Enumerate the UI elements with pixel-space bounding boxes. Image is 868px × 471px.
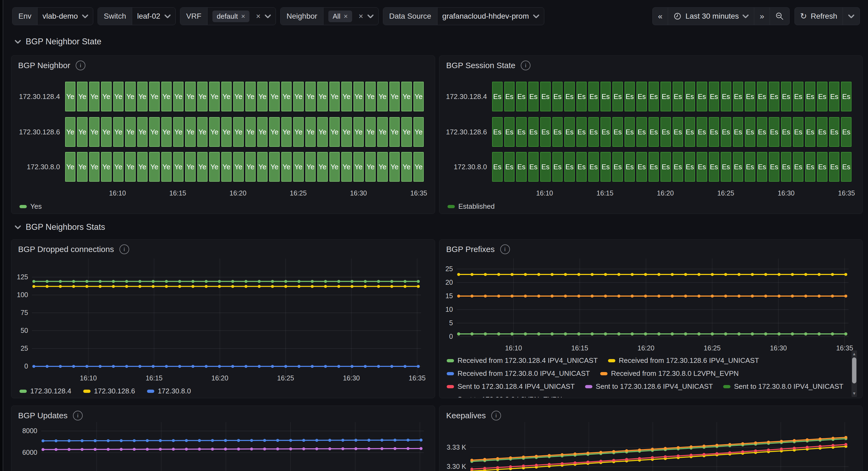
state-cell: Es bbox=[577, 82, 587, 111]
info-icon[interactable]: i bbox=[119, 244, 129, 254]
state-cell: Es bbox=[745, 152, 755, 182]
timeline-row: EsEsEsEsEsEsEsEsEsEsEsEsEsEsEsEsEsEsEsEs… bbox=[492, 82, 851, 111]
variables-toolbar: Env vlab-demo Switch leaf-02 VRF default… bbox=[12, 7, 544, 25]
state-cell: Ye bbox=[353, 152, 364, 182]
var-datasource-value[interactable]: grafanacloud-hhdev-prom bbox=[442, 12, 529, 21]
x-tick-label: 16:25 bbox=[290, 189, 307, 197]
time-forward-button[interactable]: » bbox=[754, 7, 770, 25]
clear-all-icon[interactable]: × bbox=[359, 12, 363, 20]
info-icon[interactable]: i bbox=[500, 244, 510, 254]
scrollbar-thumb[interactable] bbox=[852, 357, 857, 383]
updates-chart bbox=[41, 422, 424, 471]
chevron-down-icon[interactable] bbox=[533, 14, 539, 18]
y-tick-label: 20 bbox=[439, 278, 453, 286]
legend-item[interactable]: Sent to 172.30.8.0 L2VPN_EVPN bbox=[447, 395, 562, 398]
info-icon[interactable]: i bbox=[521, 61, 530, 70]
chevron-down-icon[interactable] bbox=[368, 14, 373, 18]
chip-text: default bbox=[217, 12, 238, 21]
state-cell: Ye bbox=[401, 117, 411, 147]
state-cell: Es bbox=[600, 117, 611, 147]
time-back-button[interactable]: « bbox=[653, 7, 668, 25]
section-bgp-neighbor-state[interactable]: BGP Neighbor State bbox=[15, 37, 101, 47]
time-range-button[interactable]: Last 30 minutes bbox=[668, 7, 754, 25]
legend-color-pill bbox=[447, 372, 454, 375]
legend-item[interactable]: Yes bbox=[20, 202, 42, 211]
var-vrf[interactable]: VRF default × × bbox=[180, 7, 276, 25]
legend-item[interactable]: Received from 172.30.8.0 L2VPN_EVPN bbox=[600, 369, 739, 378]
timeline-row: EsEsEsEsEsEsEsEsEsEsEsEsEsEsEsEsEsEsEsEs… bbox=[492, 152, 851, 182]
legend-item[interactable]: Sent to 172.30.128.4 IPV4_UNICAST bbox=[447, 382, 575, 391]
legend-label: Sent to 172.30.128.6 IPV4_UNICAST bbox=[596, 382, 713, 391]
info-icon[interactable]: i bbox=[76, 61, 85, 70]
var-switch[interactable]: Switch leaf-02 bbox=[98, 7, 176, 25]
legend-scrollbar[interactable]: ▲ ▼ bbox=[851, 350, 857, 397]
timeline-row-label: 172.30.8.0 bbox=[439, 163, 487, 171]
state-cell: Ye bbox=[401, 152, 411, 182]
state-cell: Ye bbox=[390, 82, 400, 111]
state-cell: Ye bbox=[293, 82, 304, 111]
state-cell: Es bbox=[540, 152, 551, 182]
refresh-interval-button[interactable] bbox=[843, 7, 860, 25]
var-switch-value[interactable]: leaf-02 bbox=[137, 12, 160, 21]
legend-item[interactable]: Sent to 172.30.128.6 IPV4_UNICAST bbox=[585, 382, 713, 391]
y-tick-label: 75 bbox=[11, 309, 28, 317]
state-cell: Ye bbox=[233, 117, 244, 147]
state-cell: Es bbox=[552, 152, 563, 182]
timeline-row-label: 172.30.128.6 bbox=[439, 128, 487, 136]
panel-title-row[interactable]: Keepalives i bbox=[446, 411, 501, 420]
chip-remove-icon[interactable]: × bbox=[344, 13, 348, 20]
info-icon[interactable]: i bbox=[491, 411, 501, 420]
legend-item[interactable]: Received from 172.30.128.4 IPV4_UNICAST bbox=[447, 356, 598, 365]
legend-item[interactable]: 172.30.8.0 bbox=[147, 387, 191, 395]
var-vrf-chip[interactable]: default × bbox=[212, 10, 249, 22]
legend-item[interactable]: Received from 172.30.128.6 IPV4_UNICAST bbox=[608, 356, 759, 365]
collapse-chevron-icon bbox=[15, 40, 21, 43]
chevron-down-icon bbox=[743, 14, 749, 18]
legend-item[interactable]: Received from 172.30.8.0 IPV4_UNICAST bbox=[447, 369, 590, 378]
state-cell: Es bbox=[564, 117, 575, 147]
chevron-down-icon bbox=[848, 14, 854, 18]
state-cell: Es bbox=[588, 117, 599, 147]
panel-title-row[interactable]: BGP Dropped connections i bbox=[18, 244, 129, 254]
section-bgp-neighbors-stats[interactable]: BGP Neighbors Stats bbox=[15, 222, 105, 232]
state-cell: Es bbox=[793, 152, 803, 182]
var-neighbor[interactable]: Neighbor All × × bbox=[280, 7, 379, 25]
var-env-value[interactable]: vlab-demo bbox=[42, 12, 78, 21]
var-env[interactable]: Env vlab-demo bbox=[12, 7, 93, 25]
state-cell: Es bbox=[540, 82, 551, 111]
state-cell: Ye bbox=[330, 82, 340, 111]
panel-title-row[interactable]: BGP Neighbor i bbox=[18, 61, 85, 70]
legend-item[interactable]: Established bbox=[447, 202, 495, 211]
legend-item[interactable]: Sent to 172.30.8.0 IPV4_UNICAST bbox=[723, 382, 843, 391]
state-cell: Es bbox=[528, 82, 539, 111]
state-cell: Ye bbox=[149, 82, 159, 111]
panel-title-row[interactable]: BGP Updates i bbox=[18, 411, 83, 420]
legend-item[interactable]: 172.30.128.4 bbox=[20, 387, 71, 395]
panel-title-row[interactable]: BGP Prefixes i bbox=[446, 244, 510, 254]
zoom-out-button[interactable] bbox=[770, 7, 789, 25]
window-left-edge bbox=[0, 0, 3, 471]
panel-title-row[interactable]: BGP Session State i bbox=[446, 61, 530, 70]
var-neighbor-chip[interactable]: All × bbox=[328, 10, 352, 22]
state-cell: Ye bbox=[413, 117, 424, 147]
clear-all-icon[interactable]: × bbox=[256, 12, 260, 20]
chevron-down-icon[interactable] bbox=[82, 14, 88, 18]
var-datasource[interactable]: Data Source grafanacloud-hhdev-prom bbox=[383, 7, 544, 25]
state-cell: Es bbox=[552, 82, 563, 111]
state-cell: Ye bbox=[341, 152, 351, 182]
scroll-down-icon[interactable]: ▼ bbox=[851, 390, 857, 396]
state-cell: Es bbox=[552, 117, 563, 147]
refresh-button[interactable]: ↻ Refresh bbox=[795, 7, 843, 25]
panel-title: BGP Updates bbox=[18, 411, 67, 420]
state-cell: Ye bbox=[101, 82, 111, 111]
var-env-label: Env bbox=[12, 7, 37, 25]
state-cell: Es bbox=[516, 117, 527, 147]
state-cell: Es bbox=[660, 152, 671, 182]
chip-remove-icon[interactable]: × bbox=[241, 13, 245, 20]
info-icon[interactable]: i bbox=[73, 411, 83, 420]
chevron-down-icon[interactable] bbox=[164, 14, 170, 18]
chevron-down-icon[interactable] bbox=[265, 14, 271, 18]
legend-item[interactable]: 172.30.128.6 bbox=[83, 387, 135, 395]
x-tick-label: 16:10 bbox=[505, 344, 522, 352]
panel-title: BGP Session State bbox=[446, 61, 515, 70]
